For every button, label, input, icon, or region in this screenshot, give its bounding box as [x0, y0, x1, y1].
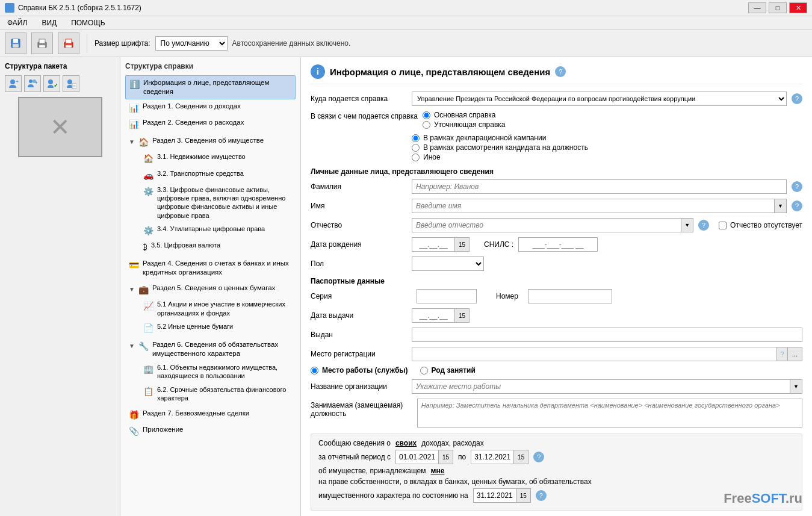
- org-name-input[interactable]: [412, 380, 790, 393]
- work-place-radio[interactable]: [311, 367, 318, 375]
- registration-input[interactable]: [412, 347, 776, 361]
- tree-item-section3-2[interactable]: 🚗 3.2. Транспортные средства: [140, 167, 296, 183]
- reason-declaration[interactable]: В рамках декларационной кампании: [412, 134, 588, 142]
- issue-date-input[interactable]: [412, 310, 454, 321]
- tree-item-section6[interactable]: ▼ 🔧 Раздел 6. Сведения об обязательствах…: [125, 338, 296, 361]
- snils-field[interactable]: [518, 237, 598, 252]
- period-from-field[interactable]: 15: [395, 450, 453, 464]
- tree-item-section3[interactable]: ▼ 🏠 Раздел 3. Сведения об имуществе: [125, 134, 296, 150]
- section5-2-icon: 📄: [143, 323, 153, 334]
- reason-other-radio[interactable]: [412, 154, 420, 161]
- first-name-help-icon[interactable]: ?: [792, 200, 802, 211]
- issued-by-input[interactable]: [412, 328, 802, 342]
- tree-item-info[interactable]: ℹ️ Информация о лице, представляющем све…: [125, 75, 296, 99]
- first-name-input[interactable]: [412, 199, 774, 213]
- first-name-dropdown-btn[interactable]: ▼: [774, 199, 786, 213]
- no-middle-name-checkbox[interactable]: [719, 222, 727, 229]
- destination-help-icon[interactable]: ?: [792, 93, 802, 104]
- close-button[interactable]: ✕: [789, 2, 807, 13]
- occupation-radio[interactable]: [420, 367, 428, 375]
- property-date-input[interactable]: [474, 490, 516, 501]
- person-check-icon[interactable]: ✓: [43, 75, 60, 92]
- tree-item-section3-1[interactable]: 🏠 3.1. Недвижимое имущество: [140, 150, 296, 166]
- tree-item-section3-3[interactable]: ⚙️ 3.3. Цифровые финансовые активы, цифр…: [140, 183, 296, 222]
- report-type-clarify[interactable]: Уточняющая справка: [423, 120, 802, 129]
- series-input[interactable]: [417, 289, 477, 303]
- add-person-icon[interactable]: +: [5, 75, 22, 92]
- gender-select[interactable]: Мужской Женский: [412, 256, 484, 271]
- birth-date-field[interactable]: 15: [412, 237, 470, 252]
- period-to-calendar-btn[interactable]: 15: [513, 450, 528, 464]
- tree-item-section6-1[interactable]: 🏢 6.1. Объекты недвижимого имущества, на…: [140, 361, 296, 383]
- occupation-radio-item[interactable]: Род занятий: [420, 366, 476, 375]
- tree-item-section5-1[interactable]: 📈 5.1 Акции и иное участие в коммерчески…: [140, 297, 296, 320]
- period-from-input[interactable]: [396, 452, 438, 462]
- maximize-button[interactable]: □: [769, 2, 787, 13]
- reason-other-label: Иное: [423, 153, 441, 161]
- period-to-field[interactable]: 15: [471, 450, 528, 464]
- tree-item-section3-4[interactable]: ⚙️ 3.4. Утилитарные цифровые права: [140, 222, 296, 238]
- registration-field[interactable]: ? …: [412, 347, 802, 361]
- snils-input[interactable]: [519, 239, 597, 250]
- report-type-clarify-radio[interactable]: [423, 121, 430, 129]
- tree-item-section2[interactable]: 📊 Раздел 2. Сведения о расходах: [125, 116, 296, 132]
- org-name-dropdown[interactable]: ▼: [412, 379, 802, 394]
- period-help-icon[interactable]: ?: [533, 452, 544, 462]
- reason-other[interactable]: Иное: [412, 153, 588, 161]
- tree-item-section4[interactable]: 💳 Раздел 4. Сведения о счетах в банках и…: [125, 256, 296, 279]
- period-to-input[interactable]: [471, 452, 513, 462]
- reason-candidate-radio[interactable]: [412, 144, 420, 152]
- issue-date-field[interactable]: 15: [412, 308, 470, 323]
- period-from-calendar-btn[interactable]: 15: [438, 450, 453, 464]
- menu-bar: ФАЙЛ ВИД ПОМОЩЬ: [0, 16, 812, 30]
- number-input[interactable]: [528, 289, 612, 303]
- birth-date-input[interactable]: [412, 239, 454, 250]
- font-size-select[interactable]: По умолчанию: [155, 36, 228, 51]
- middle-name-dropdown[interactable]: ▼: [412, 218, 693, 232]
- print-red-button[interactable]: [58, 33, 79, 54]
- org-name-dropdown-btn[interactable]: ▼: [790, 380, 802, 393]
- save-button[interactable]: [5, 33, 26, 54]
- tree-item-section6-2[interactable]: 📋 6.2. Срочные обязательства финансового…: [140, 383, 296, 405]
- birth-date-calendar-btn[interactable]: 15: [454, 238, 469, 251]
- middle-name-help-icon[interactable]: ?: [698, 220, 709, 231]
- reason-declaration-radio[interactable]: [412, 134, 420, 142]
- menu-file[interactable]: ФАЙЛ: [5, 17, 29, 28]
- tree-item-section3-label: Раздел 3. Сведения об имуществе: [152, 136, 264, 145]
- tree-item-appendix[interactable]: 📎 Приложение: [125, 423, 296, 439]
- person-doc-icon[interactable]: [63, 75, 79, 92]
- add-family-icon[interactable]: +: [24, 75, 41, 92]
- tree-item-section5-2[interactable]: 📄 5.2 Иные ценные бумаги: [140, 320, 296, 336]
- print-button[interactable]: [31, 33, 53, 54]
- tree-title: Структура справки: [125, 62, 296, 70]
- registration-help-icon[interactable]: ?: [776, 347, 787, 361]
- minimize-button[interactable]: —: [748, 2, 766, 13]
- tree-item-section1[interactable]: 📊 Раздел 1. Сведения о доходах: [125, 99, 296, 116]
- property-date-field[interactable]: 15: [473, 488, 531, 503]
- first-name-dropdown[interactable]: ▼: [412, 199, 787, 213]
- report-type-main-radio[interactable]: [423, 111, 430, 119]
- tree-item-section7[interactable]: 🎁 Раздел 7. Безвозмездные сделки: [125, 406, 296, 423]
- last-name-help-icon[interactable]: ?: [792, 181, 802, 192]
- tree-item-section3-5[interactable]: ₿ 3.5. Цифровая валюта: [140, 238, 296, 255]
- destination-select[interactable]: Управление Президента Российской Федерац…: [412, 92, 786, 105]
- section-help-icon[interactable]: ?: [555, 66, 566, 77]
- menu-help[interactable]: ПОМОЩЬ: [69, 17, 107, 28]
- property-date-calendar-btn[interactable]: 15: [516, 489, 530, 502]
- last-name-input[interactable]: [412, 179, 787, 194]
- report-type-main[interactable]: Основная справка: [423, 111, 802, 119]
- middle-name-dropdown-btn[interactable]: ▼: [681, 219, 693, 232]
- middle-name-input[interactable]: [412, 219, 681, 232]
- registration-browse-btn[interactable]: …: [787, 347, 802, 361]
- position-textarea[interactable]: [417, 399, 802, 427]
- no-middle-name-item[interactable]: Отчество отсутствует: [719, 221, 802, 229]
- destination-dropdown[interactable]: Управление Президента Российской Федерац…: [412, 92, 787, 106]
- work-place-radio-item[interactable]: Место работы (службы): [311, 366, 408, 375]
- menu-view[interactable]: ВИД: [39, 17, 59, 28]
- property-help-icon[interactable]: ?: [536, 490, 547, 501]
- no-middle-name-label: Отчество отсутствует: [730, 221, 802, 229]
- issue-date-calendar-btn[interactable]: 15: [454, 309, 469, 322]
- reason-candidate[interactable]: В рамках рассмотрения кандидата на должн…: [412, 143, 588, 152]
- tree-item-section5[interactable]: ▼ 💼 Раздел 5. Сведения о ценных бумагах: [125, 281, 296, 297]
- reason-declaration-label: В рамках декларационной кампании: [423, 134, 546, 142]
